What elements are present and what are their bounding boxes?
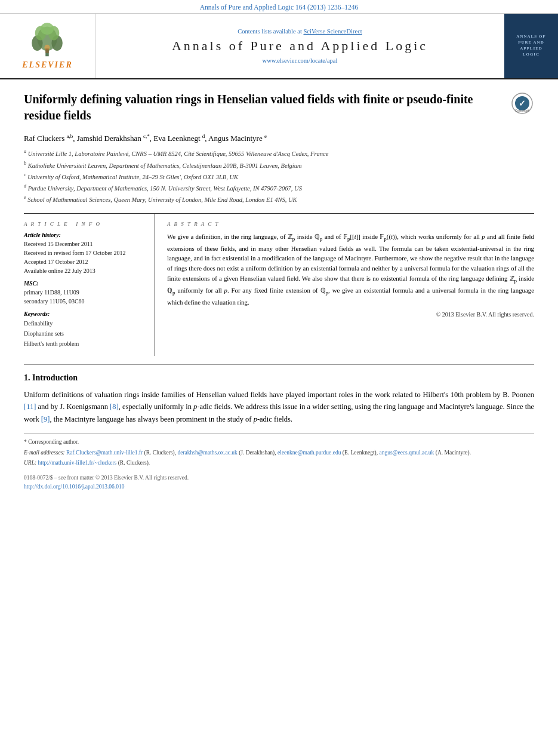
journal-title-banner: Annals of Pure and Applied Logic [172, 38, 428, 54]
ref-9[interactable]: [9] [41, 415, 50, 423]
article-main: Uniformly defining valuation rings in He… [0, 79, 558, 503]
email-footnote: E-mail addresses: Raf.Cluckers@math.univ… [24, 448, 534, 457]
url-label: URL: [24, 460, 36, 466]
doi-link[interactable]: http://dx.doi.org/10.1016/j.apal.2013.06… [24, 484, 124, 490]
sciverse-label: Contents lists available at SciVerse Sci… [238, 28, 362, 35]
affil-d: d Purdue University, Department of Mathe… [24, 183, 534, 193]
affiliations: a Université Lille 1, Laboratoire Painle… [24, 148, 534, 204]
journal-abbr-box: ANNALS OFPURE ANDAPPLIEDLOGIC [504, 14, 558, 78]
keyword-3: Hilbert's tenth problem [24, 339, 145, 349]
email-cluckers[interactable]: Raf.Cluckers@math.univ-lille1.fr [66, 450, 143, 456]
doi-line: http://dx.doi.org/10.1016/j.apal.2013.06… [24, 483, 534, 491]
elsevier-logo: ELSEVIER [22, 22, 72, 70]
article-info-section-title: A R T I C L E I N F O [24, 221, 145, 227]
svg-text:✓: ✓ [519, 99, 526, 108]
affil-c: c University of Oxford, Mathematical Ins… [24, 171, 534, 182]
keywords-label: Keywords: [24, 311, 145, 317]
journal-banner: ELSEVIER Contents lists available at Sci… [0, 14, 558, 79]
crossmark-badge[interactable]: ✓ CrossMark [510, 91, 534, 115]
intro-paragraph-1: Uniform definitions of valuation rings i… [24, 389, 534, 426]
crossmark-icon: ✓ CrossMark [511, 93, 533, 114]
bottom-info: 0168-0072/$ – see front matter © 2013 El… [24, 474, 534, 491]
msc-codes: primary 11D88, 11U09 secondary 11U05, 03… [24, 288, 145, 306]
sciverse-link-text[interactable]: SciVerse ScienceDirect [303, 28, 362, 35]
elsevier-wordmark: ELSEVIER [22, 60, 72, 70]
history-label: Article history: [24, 232, 145, 238]
abstract-copyright: © 2013 Elsevier B.V. All rights reserved… [167, 311, 534, 318]
journal-abbr-text: ANNALS OFPURE ANDAPPLIEDLOGIC [516, 34, 545, 57]
abstract-section-title: A B S T R A C T [167, 221, 534, 227]
section-divider [24, 364, 534, 365]
footnotes-area: * Corresponding author. E-mail addresses… [24, 434, 534, 468]
email-leenknegt[interactable]: eleenkne@math.purdue.edu [278, 450, 341, 456]
url-link[interactable]: http://math.univ-lille1.fr/~cluckers [38, 460, 117, 466]
corresponding-note: * Corresponding author. [24, 438, 534, 447]
article-info-col: A R T I C L E I N F O Article history: R… [24, 214, 155, 356]
email-macintyre[interactable]: angus@eecs.qmul.ac.uk [380, 450, 434, 456]
affil-e: e School of Mathematical Sciences, Queen… [24, 194, 534, 204]
journal-citation-header: Annals of Pure and Applied Logic 164 (20… [0, 0, 558, 14]
keyword-2: Diophantine sets [24, 328, 145, 339]
article-title: Uniformly defining valuation rings in He… [24, 91, 504, 124]
keyword-1: Definability [24, 318, 145, 328]
email-derakhshan[interactable]: derakhsh@maths.ox.ac.uk [177, 450, 237, 456]
svg-text:CrossMark: CrossMark [515, 109, 530, 112]
abstract-col: A B S T R A C T We give a definition, in… [155, 214, 534, 356]
elsevier-tree-icon [23, 22, 71, 58]
elsevier-logo-section: ELSEVIER [0, 14, 95, 78]
url-footnote: URL: http://math.univ-lille1.fr/~clucker… [24, 459, 534, 468]
journal-citation-text: Annals of Pure and Applied Logic 164 (20… [200, 4, 359, 11]
article-title-section: Uniformly defining valuation rings in He… [24, 91, 534, 124]
abstract-text: We give a definition, in the ring langua… [167, 232, 534, 308]
ref-8[interactable]: [8] [110, 402, 119, 411]
received-date: Received 15 December 2011 Received in re… [24, 239, 145, 275]
article-info-abstract: A R T I C L E I N F O Article history: R… [24, 213, 534, 356]
journal-url[interactable]: www.elsevier.com/locate/apal [263, 57, 338, 64]
banner-center: Contents lists available at SciVerse Sci… [95, 14, 504, 78]
ref-11[interactable]: [11] [24, 402, 36, 411]
affil-a: a Université Lille 1, Laboratoire Painle… [24, 148, 534, 158]
keywords-list: Definability Diophantine sets Hilbert's … [24, 318, 145, 349]
section-1-heading: 1. Introduction [24, 373, 534, 383]
issn-line: 0168-0072/$ – see front matter © 2013 El… [24, 474, 534, 483]
msc-label: MSC: [24, 280, 145, 287]
svg-rect-8 [46, 48, 50, 53]
emails-label: E-mail addresses: [24, 450, 65, 456]
affil-b: b Katholieke Universiteit Leuven, Depart… [24, 160, 534, 170]
svg-point-6 [41, 23, 54, 35]
authors-line: Raf Cluckers a,b, Jamshid Derakhshan c,*… [24, 133, 534, 143]
